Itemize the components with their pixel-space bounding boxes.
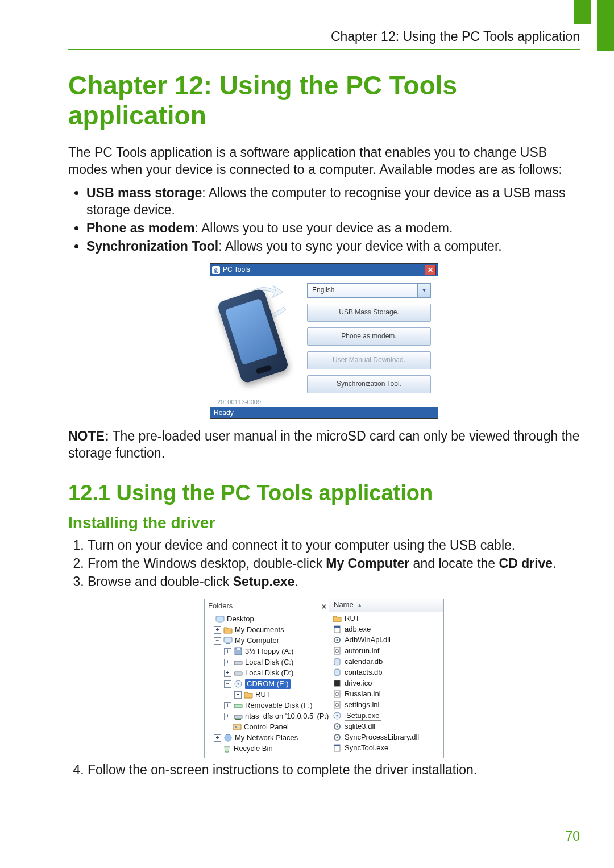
expand-icon[interactable]: +	[224, 648, 231, 655]
file-item[interactable]: RUT	[333, 613, 443, 624]
file-item[interactable]: Russian.ini	[333, 689, 443, 700]
usb-mass-storage-button[interactable]: USB Mass Storage.	[307, 304, 431, 322]
file-item[interactable]: autorun.inf	[333, 646, 443, 657]
step-2e: .	[553, 556, 556, 571]
file-item[interactable]: calendar.db	[333, 657, 443, 667]
file-item[interactable]: contacts.db	[333, 667, 443, 678]
file-item[interactable]: adb.exe	[333, 624, 443, 635]
folder-tree[interactable]: Desktop +My Documents −My Computer +3½ F…	[207, 614, 326, 754]
mode-modem-name: Phone as modem	[86, 221, 194, 235]
expand-icon[interactable]: +	[224, 670, 231, 677]
recycle-bin-icon	[222, 745, 231, 753]
step-2c: and locate the	[409, 556, 499, 571]
pctools-title: PC Tools	[223, 265, 422, 275]
tree-netplaces: My Network Places	[235, 733, 298, 743]
svg-rect-11	[234, 715, 242, 719]
file-item[interactable]: SyncTool.exe	[333, 743, 443, 754]
expand-icon[interactable]: +	[224, 659, 231, 666]
subheading: Installing the driver	[68, 513, 580, 533]
pctools-app-icon: ◎	[212, 266, 220, 274]
file-list[interactable]: RUTadb.exeAdbWinApi.dllautorun.infcalend…	[329, 612, 443, 754]
svg-point-33	[337, 737, 338, 738]
file-item[interactable]: drive.ico	[333, 678, 443, 689]
modes-list: USB mass storage: Allows the computer to…	[68, 185, 580, 255]
file-icon	[333, 701, 342, 709]
file-name: SyncProcessLibrary.dll	[345, 733, 419, 742]
step-3: Browse and double-click Setup.exe.	[88, 574, 580, 591]
mode-sync-name: Synchronization Tool	[86, 239, 218, 254]
disk-icon	[234, 658, 243, 666]
files-pane: Name▲ RUTadb.exeAdbWinApi.dllautorun.inf…	[329, 599, 443, 758]
tree-removable: Removable Disk (F:)	[245, 701, 312, 711]
expand-icon[interactable]: +	[214, 734, 221, 742]
file-icon	[333, 744, 342, 752]
file-icon	[333, 658, 342, 666]
folders-title: Folders	[208, 601, 233, 611]
close-pane-icon[interactable]: ×	[322, 601, 326, 612]
tree-d: Local Disk (D:)	[245, 668, 293, 678]
folder-icon	[223, 626, 233, 634]
file-item[interactable]: sqlite3.dll	[333, 721, 443, 732]
file-name: adb.exe	[345, 625, 371, 634]
collapse-icon[interactable]: −	[214, 637, 221, 645]
expand-icon[interactable]: +	[224, 713, 231, 720]
svg-rect-1	[218, 622, 222, 623]
cdrom-icon	[234, 680, 243, 688]
language-combo[interactable]: English ▾	[307, 283, 431, 298]
page-number: 70	[565, 828, 580, 845]
steps-list-cont: Follow the on-screen instructions to com…	[68, 762, 580, 779]
file-icon	[333, 690, 342, 698]
tree-desktop: Desktop	[227, 614, 254, 624]
mode-sync-desc: : Allows you to sync your device with a …	[218, 239, 502, 254]
mode-usb-name: USB mass storage	[86, 185, 202, 200]
file-icon	[333, 614, 342, 622]
tree-recycle: Recycle Bin	[234, 744, 273, 754]
header-rule	[68, 49, 580, 50]
synchronization-tool-button[interactable]: Synchronization Tool.	[307, 375, 431, 393]
tab-large	[597, 0, 614, 51]
chevron-down-icon: ▾	[417, 284, 430, 297]
expand-icon[interactable]: +	[214, 626, 221, 634]
step-2a: From the Windows desktop, double-click	[88, 556, 326, 571]
svg-point-18	[337, 639, 338, 641]
steps-list: Turn on your device and connect it to yo…	[68, 537, 580, 591]
step-3b: Setup.exe	[233, 574, 295, 589]
file-name: autorun.inf	[345, 646, 379, 656]
expand-icon[interactable]: +	[234, 691, 242, 699]
close-icon[interactable]: ✕	[425, 265, 436, 275]
tree-c: Local Disk (C:)	[245, 658, 293, 667]
step-3c: .	[294, 574, 298, 589]
file-name: SyncTool.exe	[345, 744, 388, 753]
file-icon	[333, 647, 342, 655]
file-icon	[333, 668, 342, 676]
step-1: Turn on your device and connect it to yo…	[88, 537, 580, 554]
pctools-illustration	[217, 282, 302, 384]
collapse-icon[interactable]: −	[224, 680, 231, 688]
svg-rect-35	[334, 745, 340, 746]
language-value: English	[312, 286, 334, 295]
svg-rect-5	[237, 648, 240, 650]
file-item[interactable]: SyncProcessLibrary.dll	[333, 732, 443, 743]
network-drive-icon	[234, 712, 243, 720]
status-bar: Ready	[210, 407, 438, 418]
column-header[interactable]: Name▲	[329, 599, 443, 612]
file-icon	[333, 636, 342, 644]
intro-paragraph: The PC Tools application is a software a…	[68, 144, 580, 178]
file-item[interactable]: AdbWinApi.dll	[333, 635, 443, 646]
folders-pane: Folders× Desktop +My Documents −My Compu…	[205, 599, 329, 758]
svg-rect-6	[234, 661, 242, 665]
status-text: Ready	[214, 409, 234, 418]
file-item[interactable]: settings.ini	[333, 700, 443, 711]
running-head: Chapter 12: Using the PC Tools applicati…	[68, 28, 580, 45]
file-name: Setup.exe	[345, 711, 381, 721]
step-4: Follow the on-screen instructions to com…	[88, 762, 580, 779]
file-name: calendar.db	[345, 657, 383, 667]
file-item[interactable]: Setup.exe	[333, 711, 443, 721]
file-name: drive.ico	[345, 679, 372, 688]
col-name: Name	[334, 600, 354, 610]
mode-modem-desc: : Allows you to use your device as a mod…	[194, 221, 453, 235]
expand-icon[interactable]: +	[224, 702, 231, 709]
step-2d: CD drive	[499, 556, 553, 571]
phone-as-modem-button[interactable]: Phone as modem.	[307, 327, 431, 346]
user-manual-button[interactable]: User Manual Download.	[307, 351, 431, 369]
